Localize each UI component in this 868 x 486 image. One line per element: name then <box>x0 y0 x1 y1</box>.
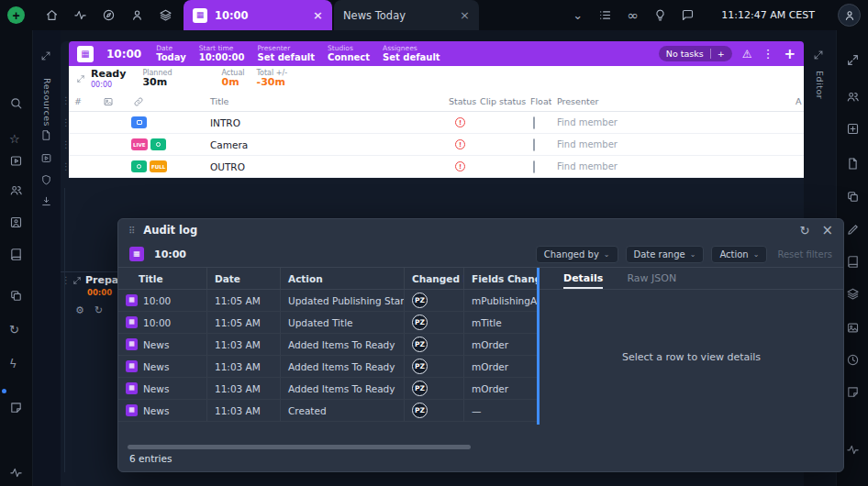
file-icon[interactable] <box>846 157 860 171</box>
audit-row[interactable]: ▦10:00 11:05 AM Updated Title PZ mTitle <box>118 312 537 334</box>
sync-icon[interactable]: ↻ <box>95 304 103 316</box>
waveform-icon[interactable] <box>9 466 23 480</box>
reset-filters-button[interactable]: Reset filters <box>777 249 832 260</box>
status-error-icon[interactable]: ! <box>455 161 465 171</box>
topbar-right: ⌄ ∞ 11:12:47 AM CEST <box>571 4 868 27</box>
close-tab-icon[interactable]: × <box>313 8 323 22</box>
field-date[interactable]: Date Today <box>156 44 185 63</box>
play-box-icon[interactable] <box>9 154 23 168</box>
expand-panel-icon[interactable] <box>813 50 824 61</box>
status-error-icon[interactable]: ! <box>455 117 465 127</box>
download-icon[interactable] <box>40 195 52 207</box>
people-icon[interactable] <box>846 90 860 104</box>
kebab-menu-icon[interactable]: ⋮ <box>762 47 773 61</box>
add-item-icon[interactable]: + <box>784 46 796 62</box>
live-badge: LIVE <box>131 138 148 150</box>
field-studios[interactable]: Studios Connect <box>328 44 370 63</box>
chevron-down-icon[interactable]: ⌄ <box>571 8 584 22</box>
compass-icon[interactable] <box>102 8 116 22</box>
layers-icon[interactable] <box>846 287 860 301</box>
left-sidebar: ☆ ↻ ϟ <box>0 30 33 486</box>
float-checkbox[interactable] <box>533 116 535 129</box>
details-tabs: Details Raw JSON <box>540 268 843 290</box>
notes-icon[interactable] <box>846 385 860 399</box>
add-task-icon[interactable]: + <box>718 49 725 59</box>
close-tab-icon[interactable]: × <box>460 8 470 22</box>
lightbulb-icon[interactable] <box>653 8 667 22</box>
home-icon[interactable] <box>45 8 59 22</box>
close-icon[interactable]: × <box>821 222 833 238</box>
changed-by-filter[interactable]: Changed by ⌄ <box>536 246 618 263</box>
notes-icon[interactable] <box>9 401 23 414</box>
warning-icon[interactable]: ⚠ <box>742 48 752 61</box>
sync-icon[interactable]: ↻ <box>9 324 19 336</box>
find-member-field[interactable]: Find member <box>551 139 790 149</box>
field-presenter[interactable]: Presenter Set default <box>257 44 315 63</box>
action-filter[interactable]: Action ⌄ <box>711 246 767 263</box>
col-presenter: Presenter <box>551 96 790 106</box>
audit-row[interactable]: ▦10:00 11:05 AM Updated Publishing Start… <box>118 290 537 312</box>
layers-icon[interactable] <box>159 8 172 22</box>
audit-row[interactable]: ▦News 11:03 AM Added Items To Ready PZ m… <box>118 334 537 356</box>
tab-details[interactable]: Details <box>563 268 603 289</box>
link-icon[interactable]: ∞ <box>626 7 640 24</box>
add-box-icon[interactable] <box>846 122 860 136</box>
book-icon[interactable] <box>846 255 860 269</box>
float-checkbox[interactable] <box>533 160 535 173</box>
resources-panel-tab[interactable]: Resources <box>42 78 52 127</box>
file-icon[interactable] <box>40 129 52 141</box>
bolt-icon[interactable]: ϟ <box>9 358 17 370</box>
person-pin-icon[interactable] <box>130 8 144 22</box>
avatar[interactable] <box>838 4 861 27</box>
people-icon[interactable] <box>9 183 23 197</box>
float-checkbox[interactable] <box>533 138 535 151</box>
audit-row[interactable]: ▦News 11:03 AM Added Items To Ready PZ m… <box>118 378 537 400</box>
waveform-icon[interactable] <box>846 443 860 457</box>
search-icon[interactable] <box>9 96 23 110</box>
gear-icon[interactable]: ⚙ <box>75 304 84 316</box>
media-person-icon[interactable] <box>9 215 23 229</box>
rundown-title: 10:00 <box>106 48 141 61</box>
shield-icon[interactable] <box>40 174 52 186</box>
rundown-row[interactable]: FULL OUTRO ! Find member <box>69 156 804 178</box>
audit-row[interactable]: ▦News 11:03 AM Added Items To Ready PZ m… <box>118 356 537 378</box>
entries-count: 6 entries <box>129 453 172 464</box>
find-member-field[interactable]: Find member <box>551 117 790 127</box>
drag-handle-icon[interactable]: ⋮ <box>61 276 71 285</box>
copy-icon[interactable] <box>846 190 860 204</box>
star-icon[interactable]: ☆ <box>9 133 20 145</box>
tab-raw-json[interactable]: Raw JSON <box>627 268 676 289</box>
pen-icon[interactable] <box>846 223 860 237</box>
field-assignees[interactable]: Assignees Set default <box>383 44 440 63</box>
editor-panel-tab[interactable]: Editor <box>815 71 825 99</box>
collapse-icon[interactable] <box>76 74 85 83</box>
copy-icon[interactable] <box>9 289 23 303</box>
expand-panel-icon[interactable] <box>40 50 51 61</box>
chat-icon[interactable] <box>681 8 695 22</box>
collapse-icon[interactable] <box>72 276 82 285</box>
create-button[interactable]: + <box>7 6 25 24</box>
audit-row[interactable]: ▦News 11:03 AM Created PZ — <box>118 400 537 422</box>
refresh-icon[interactable]: ↻ <box>800 224 810 237</box>
queue-icon[interactable] <box>598 8 612 22</box>
tab-rundown-10-00[interactable]: ▦ 10:00 × <box>184 0 332 30</box>
no-tasks-chip[interactable]: No tasks + <box>659 46 732 61</box>
play-box-icon[interactable] <box>40 152 52 164</box>
ready-state[interactable]: Ready 00:00 <box>91 69 126 89</box>
image-icon[interactable] <box>846 321 860 335</box>
book-icon[interactable] <box>9 248 23 261</box>
modal-header: ⠿ Audit log ↻ × <box>118 219 843 241</box>
horizontal-scrollbar[interactable] <box>128 445 471 449</box>
status-error-icon[interactable]: ! <box>455 139 465 149</box>
clock-icon[interactable] <box>846 353 860 367</box>
rundown-row[interactable]: INTRO ! Find member <box>69 112 804 134</box>
activity-icon[interactable] <box>73 8 87 22</box>
find-member-field[interactable]: Find member <box>551 161 790 171</box>
drag-handle-icon[interactable]: ⠿ <box>128 226 135 236</box>
show-icon: ▦ <box>126 404 138 416</box>
date-range-filter[interactable]: Date range ⌄ <box>626 246 705 263</box>
rundown-row[interactable]: LIVE Camera ! Find member <box>69 134 804 156</box>
fullscreen-icon[interactable] <box>846 53 860 67</box>
tab-news-today[interactable]: News Today × <box>334 0 479 30</box>
field-start-time[interactable]: Start time 10:00:00 <box>199 44 245 63</box>
